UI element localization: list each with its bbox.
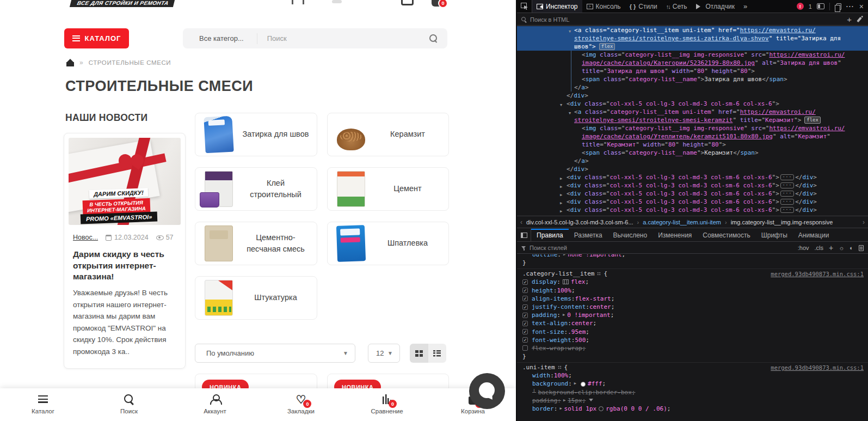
css-property[interactable]: border: ▶solid 1pxrgba(0 0 0 / .06); bbox=[517, 405, 868, 413]
css-rule-selector[interactable]: .uni-item{merged.93db490873.min.css:1 bbox=[517, 362, 868, 371]
crumb-forward-icon[interactable]: › bbox=[863, 218, 865, 226]
css-property[interactable]: background: ▶#fff; bbox=[517, 380, 868, 388]
markup-line[interactable]: </div> bbox=[567, 91, 588, 100]
error-badge-icon[interactable]: ! bbox=[797, 3, 804, 10]
markup-line[interactable]: <span class="category-list__name">Затирк… bbox=[582, 75, 787, 83]
devtools-tab-debugger[interactable]: Отладчик bbox=[692, 0, 739, 13]
dark-scheme-icon[interactable]: ◐ bbox=[849, 245, 853, 251]
category-card-shtuk[interactable]: Штукатурка bbox=[195, 276, 317, 320]
html-search-input[interactable]: Поиск в HTML bbox=[530, 16, 569, 23]
property-checkbox[interactable]: ✓ bbox=[522, 288, 528, 293]
category-card-zatirka[interactable]: Затирка для швов bbox=[195, 113, 317, 156]
css-property[interactable]: ✓padding: ▶0 !important; bbox=[517, 311, 868, 319]
markup-line[interactable]: </a> bbox=[574, 157, 589, 165]
css-property[interactable]: ✓height: 100%; bbox=[517, 286, 868, 295]
rule-highlight-icon[interactable] bbox=[597, 272, 601, 276]
markup-line[interactable]: ▶<div class="col-xxl-5 col-lg-3 col-md-3… bbox=[567, 190, 817, 198]
sidebar-toggle-icon[interactable] bbox=[517, 229, 531, 241]
sidebar-tab-изменения[interactable]: Изменения bbox=[652, 229, 697, 241]
list-view-button[interactable] bbox=[428, 344, 447, 363]
devtools-tab-styles[interactable]: { }Стили bbox=[625, 0, 662, 13]
property-checkbox[interactable] bbox=[522, 345, 528, 351]
devtools-tab-console[interactable]: >Консоль bbox=[582, 0, 625, 13]
limit-select[interactable]: 12 ▼ bbox=[368, 344, 400, 363]
twisty-collapsed-icon[interactable]: ▶ bbox=[560, 191, 562, 199]
sidebar-tab-вычислено[interactable]: Вычислено bbox=[608, 229, 653, 241]
twisty-collapsed-icon[interactable]: ▶ bbox=[560, 183, 562, 191]
markup-line[interactable]: </div> bbox=[567, 165, 588, 173]
property-checkbox[interactable]: ✓ bbox=[522, 279, 528, 285]
css-property[interactable]: ✓text-align: center; bbox=[517, 319, 868, 327]
sidebar-tab-разметка[interactable]: Разметка bbox=[569, 229, 608, 241]
sidebar-tab-правила[interactable]: Правила bbox=[531, 229, 569, 241]
eyedropper-icon[interactable] bbox=[857, 16, 861, 22]
markup-line[interactable]: ▼<div class="col-xxl-5 col-lg-3 col-md-3… bbox=[567, 100, 779, 108]
css-property[interactable]: ✓display: flex; bbox=[517, 278, 868, 286]
twisty-collapsed-icon[interactable]: ▶ bbox=[560, 199, 562, 208]
home-icon[interactable] bbox=[66, 59, 74, 66]
markup-line[interactable]: stroitelnye-smesi/stroitelnye-smesi-zati… bbox=[574, 34, 841, 42]
light-scheme-icon[interactable]: ☼ bbox=[839, 245, 844, 251]
rule-highlight-icon[interactable] bbox=[558, 365, 562, 369]
css-property[interactable]: ✓font-size: .95em; bbox=[517, 328, 868, 336]
property-checkbox[interactable]: ✓ bbox=[522, 313, 528, 318]
bottom-nav-mag[interactable]: Поиск bbox=[86, 388, 172, 421]
css-property[interactable]: └background-clip: border-box; bbox=[517, 388, 868, 396]
breadcrumb-node[interactable]: img.category-list__img.img-responsive bbox=[731, 219, 833, 225]
search-icon[interactable] bbox=[429, 34, 438, 42]
category-card-cement[interactable]: Цемент bbox=[327, 167, 449, 211]
header-compare-icon[interactable] bbox=[401, 0, 414, 5]
color-swatch[interactable] bbox=[581, 382, 586, 387]
markup-line[interactable]: <img class="category-list__img img-respo… bbox=[582, 124, 845, 132]
class-toggle[interactable]: .cls bbox=[815, 245, 824, 251]
category-card-cps[interactable]: Цементно-песчаная смесь bbox=[195, 222, 317, 265]
category-card-shpat[interactable]: Шпатлевка bbox=[327, 222, 449, 265]
flex-highlighter-icon[interactable] bbox=[563, 279, 569, 284]
meatball-menu-icon[interactable]: ··· bbox=[846, 3, 854, 10]
css-property[interactable]: width: 100%; bbox=[517, 371, 868, 380]
breadcrumb-node[interactable]: a.category-list__item.uni-item bbox=[643, 219, 721, 225]
crumb-back-icon[interactable]: ‹ bbox=[520, 218, 522, 226]
twisty-expanded-icon[interactable]: ▼ bbox=[560, 101, 562, 109]
catalog-button[interactable]: КАТАЛОГ bbox=[64, 28, 129, 48]
chat-button[interactable] bbox=[469, 373, 505, 409]
twisty-expanded-icon[interactable]: ▼ bbox=[569, 109, 571, 118]
css-property[interactable]: ✓align-items: flex-start; bbox=[517, 295, 868, 303]
category-card-keramzit[interactable]: Керамзит bbox=[327, 113, 449, 156]
stylesheet-link[interactable]: merged.93db490873.min.css:1 bbox=[771, 270, 864, 278]
markup-line[interactable]: ▶<div class="col-xxl-5 col-lg-3 col-md-3… bbox=[567, 181, 817, 190]
twisty-collapsed-icon[interactable]: ▶ bbox=[560, 175, 562, 183]
css-property[interactable]: ✓justify-content: center; bbox=[517, 303, 868, 311]
css-property[interactable]: flex-wrap: wrap; bbox=[517, 344, 868, 352]
search-bar[interactable]: Все категор... Поиск bbox=[183, 28, 447, 48]
category-card-kley[interactable]: Клей строительный bbox=[195, 167, 317, 211]
print-media-icon[interactable] bbox=[859, 245, 864, 251]
search-input[interactable]: Поиск bbox=[267, 34, 429, 42]
pick-element-icon[interactable] bbox=[517, 0, 532, 13]
bottom-nav-burger[interactable]: Каталог bbox=[0, 388, 86, 421]
markup-line[interactable]: image/cache/catalog/Утеплитель/keramzit5… bbox=[582, 132, 830, 141]
markup-line[interactable]: ▶<div class="col-xxl-5 col-lg-3 col-md-3… bbox=[567, 173, 817, 181]
markup-line[interactable]: image/cache/catalog/Категории/52362199-8… bbox=[582, 59, 841, 67]
css-rule-selector[interactable]: .category-list__item{merged.93db490873.m… bbox=[517, 269, 868, 278]
sidebar-tab-совместимость[interactable]: Совместимость bbox=[697, 229, 755, 241]
bottom-nav-bars[interactable]: 0Сравнение bbox=[344, 388, 430, 421]
split-console-icon[interactable] bbox=[817, 3, 824, 9]
add-rule-icon[interactable]: + bbox=[829, 243, 833, 252]
property-checkbox[interactable]: ✓ bbox=[522, 296, 528, 301]
css-property[interactable]: outline: ▶none !important; bbox=[517, 254, 868, 259]
markup-line[interactable]: ▶<div class="col-xxl-5 col-lg-3 col-md-3… bbox=[567, 198, 817, 206]
sidebar-tab-анимации[interactable]: Анимации bbox=[793, 229, 835, 241]
pseudo-class-toggle[interactable]: :hov bbox=[798, 245, 809, 251]
add-node-icon[interactable]: + bbox=[847, 15, 852, 24]
close-devtools-icon[interactable]: × bbox=[859, 2, 864, 11]
devtools-tab-inspector[interactable]: Инспектор bbox=[532, 0, 582, 13]
category-select[interactable]: Все категор... bbox=[183, 34, 257, 42]
property-checkbox[interactable]: ✓ bbox=[522, 304, 528, 310]
bottom-nav-heart[interactable]: ♡0Закладки bbox=[258, 388, 344, 421]
markup-line[interactable]: <img class="category-list__img img-respo… bbox=[582, 51, 845, 59]
news-card[interactable]: ДАРИМ СКИДКУ! В ЧЕСТЬ ОТКРЫТИЯ ИНТЕРНЕТ-… bbox=[64, 133, 186, 369]
color-swatch[interactable] bbox=[599, 406, 604, 411]
stylesheet-link[interactable]: merged.93db490873.min.css:1 bbox=[771, 364, 864, 372]
css-property[interactable]: padding: ▶15px; bbox=[517, 396, 868, 405]
